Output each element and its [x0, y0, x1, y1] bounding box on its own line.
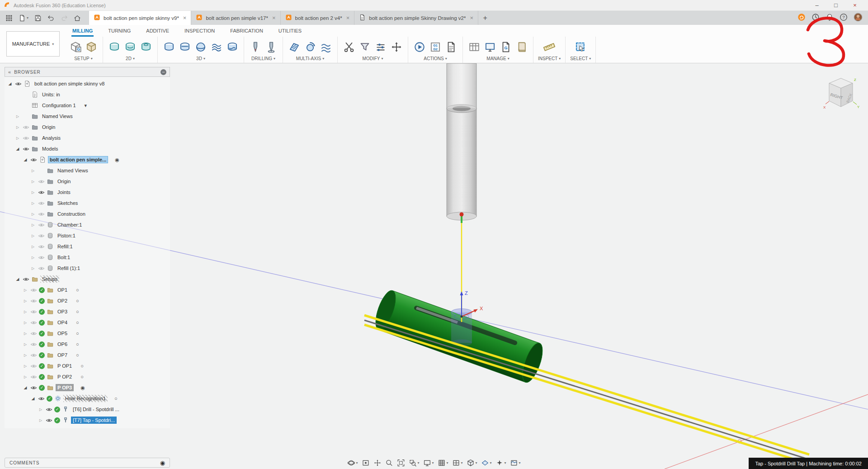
ribbon-tab-inspection[interactable]: INSPECTION — [184, 25, 216, 37]
browser-row-label[interactable]: [T7] Tap - Spotdri... — [71, 417, 117, 424]
close-icon[interactable]: × — [845, 0, 864, 11]
browser-row-label[interactable]: OP2 — [56, 297, 69, 304]
visibility-eye-icon[interactable] — [45, 418, 52, 423]
browser-row-label[interactable]: Setups — [40, 275, 59, 283]
browser-row[interactable]: ◢Models — [5, 143, 170, 154]
visibility-eye-icon[interactable] — [30, 342, 37, 347]
browser-row-label[interactable]: OP5 — [56, 330, 69, 337]
visibility-eye-icon[interactable] — [38, 266, 45, 271]
browser-row-label[interactable]: bolt action pen simple... — [48, 156, 108, 163]
browser-row[interactable]: ▷✓OP3○ — [5, 306, 170, 317]
visibility-eye-icon[interactable] — [38, 244, 45, 249]
close-tab-icon[interactable]: × — [183, 14, 187, 21]
browser-row[interactable]: ▷Sketches — [5, 198, 170, 208]
collapsed-arrow-icon[interactable]: ▷ — [23, 364, 28, 368]
ribbon-tab-utilities[interactable]: UTILITIES — [278, 25, 302, 37]
document-tab[interactable]: bolt action pen simple skinny v9*× — [89, 11, 191, 25]
scallop-icon[interactable] — [226, 40, 239, 54]
visibility-eye-icon[interactable] — [38, 190, 45, 195]
visibility-eye-icon[interactable] — [30, 157, 37, 162]
browser-row[interactable]: ◢bolt action pen simple...◉ — [5, 154, 170, 165]
radio-circle-icon[interactable]: ○ — [76, 352, 79, 358]
document-tab[interactable]: bolt action pen simple v17*× — [191, 11, 280, 25]
active-target-icon[interactable]: ◉ — [80, 385, 85, 391]
browser-row[interactable]: ▷Origin — [5, 176, 170, 187]
browser-row[interactable]: ▷Named Views — [5, 165, 170, 176]
browser-row-label[interactable]: Models — [40, 145, 60, 152]
visibility-eye-icon[interactable] — [30, 385, 37, 390]
radio-circle-icon[interactable]: ○ — [76, 320, 79, 325]
radio-circle-icon[interactable]: ○ — [76, 341, 79, 347]
visibility-eye-icon[interactable] — [38, 212, 45, 217]
collapsed-arrow-icon[interactable]: ▷ — [30, 234, 36, 238]
browser-row-label[interactable]: Joints — [56, 189, 72, 196]
browser-row[interactable]: ▷Named Views — [5, 111, 170, 122]
radio-circle-icon[interactable]: ○ — [76, 309, 79, 314]
collapsed-arrow-icon[interactable]: ▷ — [30, 180, 36, 184]
browser-row-label[interactable]: Analysis — [40, 134, 62, 142]
home-icon[interactable] — [74, 14, 81, 22]
ribbon-tab-turning[interactable]: TURNING — [107, 25, 132, 37]
browser-row-label[interactable]: Hole Recognition1 — [63, 395, 108, 402]
browser-row-label[interactable]: P OP2 — [56, 373, 74, 380]
browser-row-label[interactable]: Origin — [40, 123, 57, 131]
browser-row[interactable]: Configuration 1▾ — [5, 100, 170, 111]
collapsed-arrow-icon[interactable]: ▷ — [23, 310, 28, 314]
visibility-eye-icon[interactable] — [38, 223, 45, 227]
look-at-icon[interactable] — [362, 459, 369, 467]
collapsed-arrow-icon[interactable]: ▷ — [23, 332, 28, 336]
texture-icon[interactable]: ▾ — [510, 459, 521, 467]
file-menu-icon[interactable]: ▾ — [19, 14, 28, 22]
browser-row-label[interactable]: Named Views — [56, 167, 90, 174]
visibility-eye-icon[interactable] — [38, 233, 45, 238]
visibility-eye-icon[interactable] — [30, 320, 37, 325]
browser-row[interactable]: ▷✓P OP2○ — [5, 371, 170, 382]
ribbon-tab-additive[interactable]: ADDITIVE — [145, 25, 170, 37]
expanded-arrow-icon[interactable]: ◢ — [23, 385, 28, 390]
collapsed-arrow-icon[interactable]: ▷ — [23, 321, 28, 325]
browser-row[interactable]: ▷✓[T7] Tap - Spotdri... — [5, 415, 170, 426]
visibility-eye-icon[interactable] — [38, 201, 45, 206]
visibility-eye-icon[interactable] — [30, 353, 37, 358]
collapsed-arrow-icon[interactable]: ▷ — [30, 223, 36, 227]
bell-icon[interactable] — [826, 13, 834, 23]
browser-row-label[interactable]: OP4 — [56, 319, 69, 326]
expanded-arrow-icon[interactable]: ◢ — [23, 157, 28, 162]
collapsed-arrow-icon[interactable]: ▷ — [23, 342, 28, 346]
visibility-eye-icon[interactable] — [30, 288, 37, 293]
browser-row[interactable]: ▷Construction — [5, 208, 170, 219]
ribbon-tab-milling[interactable]: MILLING — [71, 25, 94, 37]
measure-icon[interactable] — [542, 40, 556, 54]
collapsed-arrow-icon[interactable]: ▷ — [38, 407, 43, 412]
app-grid-icon[interactable] — [5, 14, 13, 22]
move-toolpath-icon[interactable] — [390, 40, 403, 54]
undo-icon[interactable] — [47, 14, 55, 22]
expanded-arrow-icon[interactable]: ◢ — [7, 81, 13, 86]
browser-row[interactable]: ▷✓[T6] Drill - Spotdrill ... — [5, 404, 170, 415]
browser-row[interactable]: ◢Setups — [5, 274, 170, 284]
post-process-icon[interactable]: G1G2 — [429, 40, 442, 54]
browser-row[interactable]: ▷✓OP6○ — [5, 339, 170, 350]
browser-row-label[interactable]: OP3 — [56, 308, 69, 315]
close-tab-icon[interactable]: × — [272, 14, 276, 21]
collapse-panel-icon[interactable]: « — [8, 69, 11, 75]
browser-row[interactable]: ◢bolt action pen simple skinny v8 — [5, 78, 170, 89]
ribbon-group-dropdown[interactable]: INSPECT▾ — [538, 56, 561, 62]
ribbon-group-dropdown[interactable]: MODIFY▾ — [363, 56, 383, 62]
browser-row[interactable]: ▷Refill (1):1 — [5, 263, 170, 274]
collapsed-arrow-icon[interactable]: ▷ — [15, 136, 20, 140]
collapsed-arrow-icon[interactable]: ▷ — [38, 418, 43, 422]
chevron-down-icon[interactable]: ▾ — [85, 103, 87, 109]
radio-circle-icon[interactable]: ○ — [76, 331, 79, 336]
visibility-eye-icon[interactable] — [30, 374, 37, 379]
browser-row-label[interactable]: bolt action pen simple skinny v8 — [33, 80, 106, 87]
browser-row[interactable]: ▷Joints — [5, 187, 170, 198]
expanded-arrow-icon[interactable]: ◢ — [15, 147, 20, 151]
delete-passes-icon[interactable] — [358, 40, 372, 54]
ribbon-group-dropdown[interactable]: ACTIONS▾ — [424, 56, 447, 62]
pocket-3d-icon[interactable] — [178, 40, 192, 54]
document-tab[interactable]: bolt action pen simple Skinny Drawing v2… — [354, 11, 478, 25]
ribbon-group-dropdown[interactable]: SETUP▾ — [74, 56, 92, 62]
expanded-arrow-icon[interactable]: ◢ — [30, 396, 36, 401]
browser-row[interactable]: ▷Origin — [5, 122, 170, 133]
